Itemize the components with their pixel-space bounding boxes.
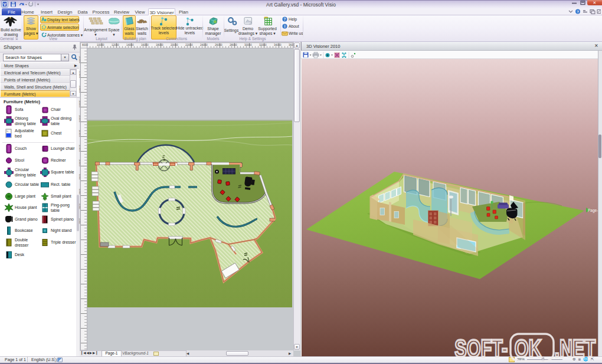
svg-text:.NET: .NET — [554, 334, 596, 362]
svg-text:?: ? — [284, 17, 286, 21]
svg-text:V: V — [4, 2, 6, 6]
svg-text:OK: OK — [515, 334, 542, 362]
svg-text:Page-: Page- — [588, 208, 598, 213]
svg-text:SOFT-: SOFT- — [454, 334, 508, 362]
svg-text:i: i — [284, 24, 286, 28]
svg-text:?: ? — [577, 10, 579, 14]
